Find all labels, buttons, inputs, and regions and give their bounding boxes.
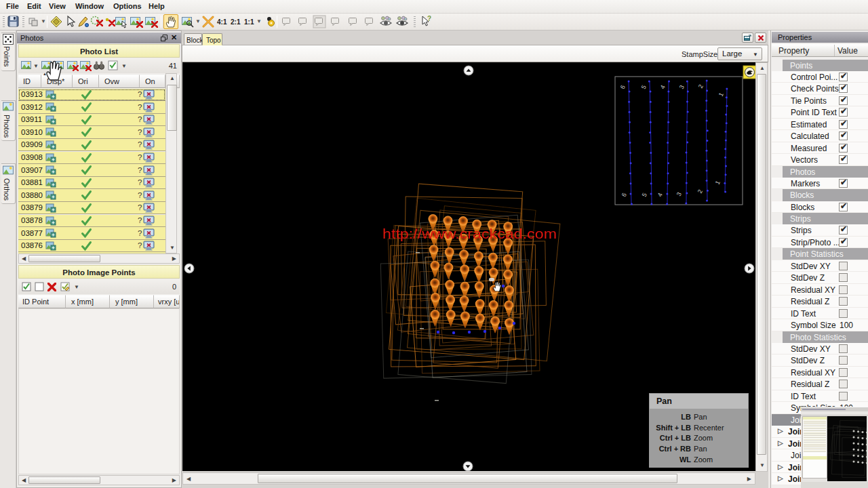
svg-text:http://www.crackcad.com: http://www.crackcad.com: [382, 226, 557, 241]
svg-text:?: ?: [427, 15, 431, 22]
